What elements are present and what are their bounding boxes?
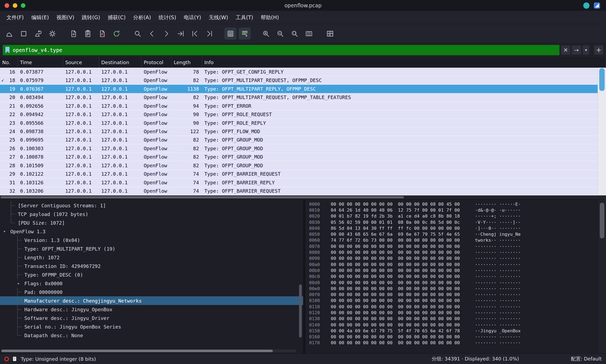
menu-item-tools[interactable]: 工具(T) — [232, 11, 257, 24]
zoom-reset-icon[interactable]: 1:1 — [289, 28, 300, 40]
hex-row[interactable]: 00a000 00 00 00 00 00 00 00 00 00 00 00 … — [305, 261, 598, 267]
pane-splitter[interactable] — [303, 199, 305, 353]
menu-item-view[interactable]: 视图(V) — [53, 11, 78, 24]
hex-row[interactable]: 000000 00 00 00 00 00 00 00 00 00 00 00 … — [305, 201, 598, 207]
hex-row[interactable]: 008000 00 00 00 00 00 00 00 00 00 00 00 … — [305, 249, 598, 255]
column-header-protocol[interactable]: Protocol — [142, 57, 172, 68]
capture-comment-icon[interactable] — [12, 356, 18, 362]
packet-row[interactable]: 250.099695127.0.0.1127.0.0.1OpenFlow82Ty… — [0, 136, 598, 144]
packet-list-horizontal-scrollbar[interactable] — [0, 195, 606, 199]
last-packet-icon[interactable] — [203, 28, 215, 40]
restart-capture-icon[interactable] — [32, 28, 44, 40]
packet-row[interactable]: 230.095566127.0.0.1127.0.0.1OpenFlow90Ty… — [0, 119, 598, 127]
capture-options-icon[interactable] — [46, 28, 58, 40]
column-header-length[interactable]: Length — [172, 57, 202, 68]
hex-row[interactable]: 013000 00 00 00 00 00 00 00 00 00 00 00 … — [305, 316, 598, 322]
packet-row[interactable]: 270.100878127.0.0.1127.0.0.1OpenFlow82Ty… — [0, 153, 598, 161]
hex-row[interactable]: 00b000 00 00 00 00 00 00 00 00 00 00 00 … — [305, 267, 598, 273]
hex-row[interactable]: 011000 00 00 00 00 00 00 00 00 00 00 00 … — [305, 304, 598, 310]
menu-item-go[interactable]: 跳转(G) — [78, 11, 104, 24]
minimize-window-button[interactable] — [13, 3, 17, 8]
detail-row[interactable]: Type: OFPT_MULTIPART_REPLY (19) — [0, 244, 303, 253]
hex-row[interactable]: 003005 56 02 59 00 00 01 01 08 0a 00 0c … — [305, 219, 598, 225]
packet-row[interactable]: 280.101509127.0.0.1127.0.0.1OpenFlow82Ty… — [0, 161, 598, 170]
next-packet-icon[interactable] — [160, 28, 172, 40]
detail-row[interactable]: Transaction ID: 4294967292 — [0, 262, 303, 270]
filter-apply-button[interactable]: → — [572, 45, 581, 55]
detail-row[interactable]: TCP payload (1072 bytes) — [0, 210, 303, 218]
hex-row[interactable]: 00e000 00 00 00 00 00 00 00 00 00 00 00 … — [305, 286, 598, 291]
first-packet-icon[interactable] — [189, 28, 201, 40]
packet-row[interactable]: 190.076367127.0.0.1127.0.0.1OpenFlow1138… — [0, 85, 598, 93]
detail-row[interactable]: Length: 1072 — [0, 253, 303, 262]
zoom-out-icon[interactable] — [274, 28, 286, 40]
zoom-in-icon[interactable] — [260, 28, 272, 40]
menu-item-statistics[interactable]: 统计(S) — [155, 11, 180, 24]
packet-row[interactable]: 210.092656127.0.0.1127.0.0.1OpenFlow94Ty… — [0, 102, 598, 110]
packet-row[interactable]: 200.083494127.0.0.1127.0.0.1OpenFlow82Ty… — [0, 93, 598, 101]
hex-row[interactable]: 012000 00 00 00 00 00 00 00 00 00 00 00 … — [305, 310, 598, 316]
stop-capture-icon[interactable] — [18, 28, 30, 40]
menu-item-file[interactable]: 文件(F) — [3, 11, 28, 24]
packet-row[interactable]: 240.098738127.0.0.1127.0.0.1OpenFlow122T… — [0, 127, 598, 136]
packet-row[interactable]: 260.100303127.0.0.1127.0.0.1OpenFlow82Ty… — [0, 144, 598, 153]
detail-row[interactable]: Type: OFPMP_DESC (0) — [0, 270, 303, 279]
hex-row[interactable]: 007000 00 00 00 00 00 00 00 00 00 00 00 … — [305, 243, 598, 249]
menu-item-wireless[interactable]: 无线(W) — [205, 11, 232, 24]
filter-bookmark-icon[interactable] — [5, 47, 9, 53]
hex-row[interactable]: 014000 00 00 00 00 00 00 00 00 00 00 00 … — [305, 322, 598, 328]
packet-row[interactable]: 310.103126127.0.0.1127.0.0.1OpenFlow74Ty… — [0, 178, 598, 187]
teal-status-icon[interactable] — [583, 2, 589, 9]
auto-scroll-icon[interactable] — [239, 28, 251, 40]
detail-row[interactable]: Hardware desc.: Jingyu_OpenBox — [0, 305, 303, 314]
menu-item-analyze[interactable]: 分析(A) — [129, 11, 155, 24]
close-window-button[interactable] — [5, 3, 9, 8]
column-header-source[interactable]: Source — [63, 57, 99, 68]
display-columns-icon[interactable]: 123 — [324, 28, 336, 40]
hex-row[interactable]: 004086 5d 04 13 04 30 ff ff ff fc 00 00 … — [305, 225, 598, 231]
profile-selector[interactable]: 配置: Default — [571, 356, 602, 362]
scrollbar-thumb[interactable] — [600, 203, 604, 238]
open-capture-icon[interactable] — [67, 28, 79, 40]
scrollbar-thumb[interactable] — [1, 350, 273, 352]
detail-row[interactable]: Version: 1.3 (0x04) — [0, 236, 303, 244]
filter-add-button[interactable]: + — [594, 45, 603, 55]
column-header-destination[interactable]: Destination — [99, 57, 142, 68]
detail-horizontal-scrollbar[interactable] — [1, 349, 296, 352]
detail-vertical-scrollbar[interactable] — [298, 201, 303, 348]
filter-clear-button[interactable]: ✕ — [561, 45, 570, 55]
detail-row[interactable]: ▸Flags: 0x0000 — [0, 279, 303, 288]
start-capture-icon[interactable] — [3, 28, 15, 40]
hex-row[interactable]: 001004 64 26 1d 40 00 40 06 12 75 7f 00 … — [305, 207, 598, 213]
hex-row[interactable]: 017000 00 00 00 00 00 00 00 00 00 00 00 … — [305, 340, 598, 346]
column-header-no[interactable]: No. — [0, 57, 18, 68]
resize-columns-icon[interactable] — [303, 28, 315, 40]
menu-item-edit[interactable]: 编辑(E) — [28, 11, 53, 24]
hex-row[interactable]: 00d000 00 00 00 00 00 00 00 00 00 00 00 … — [305, 280, 598, 286]
expand-arrow-icon[interactable]: ▾ — [3, 229, 10, 234]
scrollbar-thumb[interactable] — [299, 284, 302, 337]
save-capture-icon[interactable] — [82, 28, 94, 40]
packet-row[interactable]: 290.102122127.0.0.1127.0.0.1OpenFlow74Ty… — [0, 170, 598, 178]
hex-row[interactable]: 016000 00 00 00 00 00 00 00 00 00 00 00 … — [305, 334, 598, 340]
scrollbar-thumb[interactable] — [1, 196, 404, 198]
detail-row[interactable]: [PDU Size: 1072] — [0, 218, 303, 227]
detail-row[interactable]: ▾OpenFlow 1.3 — [0, 227, 303, 236]
packet-row[interactable]: 160.073877127.0.0.1127.0.0.1OpenFlow78Ty… — [0, 68, 598, 76]
blue-app-icon[interactable] — [594, 2, 600, 9]
detail-row[interactable]: [Server Contiguous Streams: 1] — [0, 201, 303, 210]
expert-info-icon[interactable] — [4, 357, 9, 361]
menu-item-capture[interactable]: 捕获(C) — [104, 11, 129, 24]
hex-row[interactable]: 015000 00 4a 69 6e 67 79 75 5f 4f 70 65 … — [305, 328, 598, 334]
hex-vertical-scrollbar[interactable] — [598, 199, 606, 353]
previous-packet-icon[interactable] — [146, 28, 158, 40]
packet-list-vertical-scrollbar[interactable] — [598, 68, 606, 195]
go-to-packet-icon[interactable] — [175, 28, 186, 40]
detail-row[interactable]: Software desc.: Jingyu_Driver — [0, 314, 303, 322]
detail-row[interactable]: Serial no.: Jingyu OpenBox Series — [0, 322, 303, 331]
hex-row[interactable]: 010000 00 00 00 00 00 00 00 00 00 00 00 … — [305, 298, 598, 304]
detail-row[interactable]: Pad: 00000000 — [0, 288, 303, 296]
detail-row[interactable]: Datapath desc.: None — [0, 331, 303, 340]
hex-row[interactable]: 002000 01 b7 82 19 fd 2b 3b a1 ce d4 a0 … — [305, 213, 598, 219]
reload-capture-icon[interactable] — [110, 28, 122, 40]
